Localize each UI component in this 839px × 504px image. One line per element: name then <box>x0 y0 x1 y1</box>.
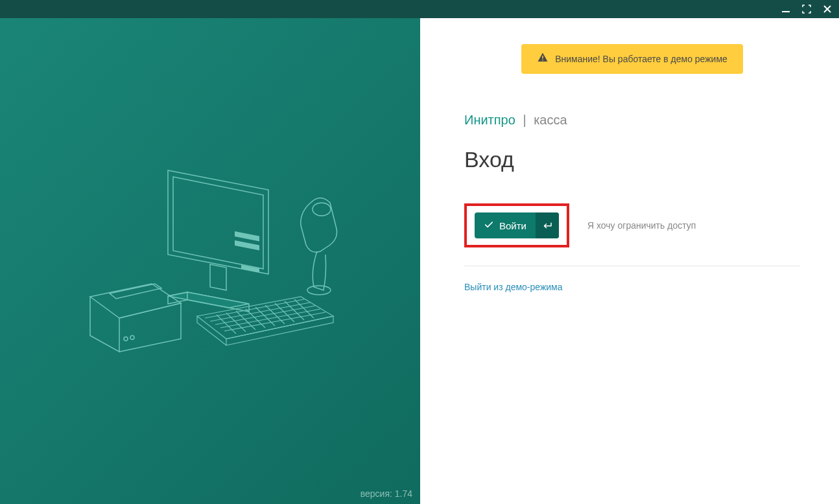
right-panel: Внимание! Вы работаете в демо режиме Ини… <box>420 18 839 504</box>
check-icon <box>484 220 494 232</box>
main-container: версия: 1.74 Внимание! Вы работаете в де… <box>0 18 839 504</box>
page-title: Вход <box>464 147 514 172</box>
svg-rect-4 <box>235 240 259 250</box>
brand-sub: касса <box>534 113 567 127</box>
divider <box>464 266 800 266</box>
brand-name: Инитпро <box>464 113 515 127</box>
pos-illustration <box>54 157 366 365</box>
maximize-button[interactable] <box>800 3 813 16</box>
svg-rect-3 <box>235 231 259 241</box>
minimize-icon <box>781 5 790 14</box>
titlebar <box>0 0 839 18</box>
login-row: Войти Я хочу ограничить доступ <box>464 203 696 247</box>
maximize-icon <box>802 5 811 14</box>
restrict-access-link[interactable]: Я хочу ограничить доступ <box>587 220 696 231</box>
minimize-button[interactable] <box>779 3 792 16</box>
close-icon <box>823 5 832 14</box>
highlight-annotation: Войти <box>464 203 569 247</box>
svg-point-6 <box>313 203 331 216</box>
enter-key-icon <box>536 212 559 238</box>
svg-rect-24 <box>542 56 543 59</box>
svg-point-9 <box>130 336 134 339</box>
close-button[interactable] <box>821 3 834 16</box>
svg-line-13 <box>220 309 320 328</box>
login-button-label: Войти <box>499 220 526 231</box>
brand-separator: | <box>523 113 526 127</box>
svg-point-8 <box>124 337 128 341</box>
svg-rect-25 <box>542 60 543 61</box>
login-button[interactable]: Войти <box>475 212 559 238</box>
svg-line-23 <box>294 299 314 318</box>
left-panel: версия: 1.74 <box>0 18 420 504</box>
exit-demo-link[interactable]: Выйти из демо-режима <box>464 282 563 292</box>
version-label: версия: 1.74 <box>360 488 412 499</box>
svg-point-7 <box>307 286 331 295</box>
svg-line-12 <box>215 306 315 325</box>
demo-warning-banner: Внимание! Вы работаете в демо режиме <box>521 44 743 74</box>
warning-text: Внимание! Вы работаете в демо режиме <box>555 54 727 64</box>
brand-line: Инитпро | касса <box>464 113 567 128</box>
warning-icon <box>537 52 549 66</box>
